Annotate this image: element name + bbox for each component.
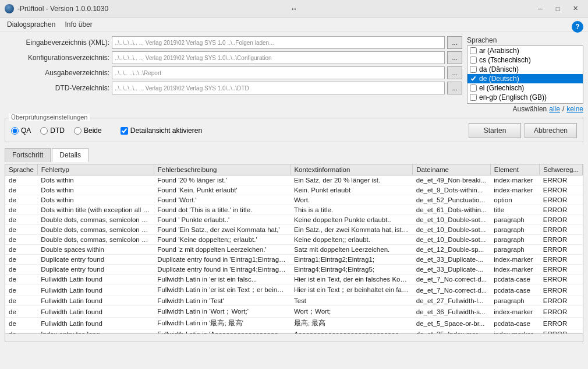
cell-fehlertyp: Double dots, commas, semicolon within (37, 225, 154, 235)
eingabe-input[interactable] (112, 36, 445, 49)
lang-checkbox-da[interactable] (470, 66, 477, 73)
table-scroll[interactable]: Sprache Fehlertyp Fehlerbeschreibung Kon… (5, 164, 583, 333)
all-link[interactable]: alle (549, 105, 560, 113)
tab-fortschritt[interactable]: Fortschritt (5, 148, 51, 162)
none-link[interactable]: keine (566, 105, 583, 113)
konfig-row: Konfigurationsverzeichnis: ... (5, 51, 462, 64)
cell-sprache: de (5, 284, 37, 296)
table-row[interactable]: deDouble spaces withinFound 'z mit doppe… (5, 245, 583, 255)
abbrechen-button[interactable]: Abbrechen (525, 123, 577, 138)
lang-checkbox-cs[interactable] (470, 57, 477, 64)
lang-label-cs: cs (Tschechisch) (479, 56, 531, 64)
lang-item-ar[interactable]: ar (Arabisch) (467, 46, 583, 55)
tabs: Fortschritt Details (5, 148, 583, 162)
beide-label: Beide (84, 126, 102, 135)
col-element[interactable]: Element (490, 164, 539, 175)
table-row[interactable]: deFullwidth Latin foundFullwidth Latin i… (5, 306, 583, 318)
table-row[interactable]: deFullwidth Latin foundFullwidth Latin i… (5, 284, 583, 296)
minimize-button[interactable]: ─ (532, 3, 548, 15)
table-row[interactable]: deDots within title (with exception all … (5, 205, 583, 215)
cell-fehlerbeschreibung: Found '20 % länger ist.' (154, 175, 291, 185)
qa-label: QA (21, 126, 31, 135)
beide-radio-label[interactable]: Beide (74, 126, 102, 135)
lang-item-el[interactable]: el (Griechisch) (467, 83, 583, 93)
lang-checkbox-de[interactable] (470, 75, 477, 82)
menu-dialogsprachen[interactable]: Dialogsprachen (2, 19, 60, 30)
cell-dateiname: de_et_10_Double-sot... (413, 225, 490, 235)
languages-list[interactable]: ar (Arabisch)cs (Tschechisch)da (Dänisch… (467, 45, 583, 104)
cell-dateiname: de_et_10_Double-sot... (413, 215, 490, 225)
bottom-scrollbar[interactable] (5, 333, 583, 342)
eingabe-browse-btn[interactable]: ... (447, 36, 462, 49)
cell-dateiname: de_et_7_No-correct-d... (413, 275, 490, 284)
table-row[interactable]: deDouble dots, commas, semicolon withinF… (5, 235, 583, 245)
ausgabe-input[interactable] (112, 66, 445, 79)
lang-item-en-gb[interactable]: en-gb (Englisch (GB)) (467, 93, 583, 102)
cell-sprache: de (5, 318, 37, 329)
konfig-input[interactable] (112, 51, 445, 64)
col-fehlertyp[interactable]: Fehlertyp (37, 164, 154, 175)
table-row[interactable]: deDouble dots, commas, semicolon withinF… (5, 225, 583, 235)
table-row[interactable]: deDots withinFound 'Kein. Punkt erlaubt'… (5, 185, 583, 195)
lang-checkbox-el[interactable] (470, 85, 477, 92)
cell-dateiname: de_et_33_Duplicate-... (413, 255, 490, 265)
cell-fehlertyp: Double dots, commas, semicolon within (37, 235, 154, 245)
lang-item-de[interactable]: de (Deutsch) (467, 74, 583, 83)
lang-checkbox-en-gb[interactable] (470, 94, 477, 101)
cell-schwereg: ERROR (540, 265, 583, 275)
cell-dateiname: de_et_52_Punctuatio... (413, 195, 490, 205)
table-outer: Sprache Fehlertyp Fehlerbeschreibung Kon… (5, 164, 583, 342)
cell-schwereg: ERROR (540, 284, 583, 296)
cell-sprache: de (5, 225, 37, 235)
settings-group-label: Überprüfungseinstellungen (9, 114, 90, 121)
col-beschreibung[interactable]: Fehlerbeschreibung (154, 164, 291, 175)
cell-kontextinformation: Keine doppelten Punkte erlaubt.. (291, 215, 413, 225)
detail-checkbox-label[interactable]: Detailansicht aktivieren (121, 126, 202, 135)
cell-dateiname: de_et_36_Fullwidth-s... (413, 306, 490, 318)
cell-fehlerbeschreibung: Fullwidth Latin in 'Wort；Wort;' (154, 306, 291, 318)
table-row[interactable]: deDuplicate entry foundDuplicate entry f… (5, 255, 583, 265)
col-schwere[interactable]: Schwereg... (540, 164, 583, 175)
close-button[interactable]: ✕ (567, 3, 583, 15)
beide-radio[interactable] (74, 127, 82, 135)
dtd-browse-btn[interactable]: ... (447, 82, 462, 94)
help-button[interactable]: ? (572, 21, 583, 33)
table-row[interactable]: deDots withinFound 'Wort.'Wort.de_et_52_… (5, 195, 583, 205)
dtd-input[interactable] (112, 82, 445, 94)
qa-radio[interactable] (11, 127, 19, 135)
lang-item-da[interactable]: da (Dänisch) (467, 65, 583, 74)
cell-kontextinformation: This is a title. (291, 205, 413, 215)
ausgabe-browse-btn[interactable]: ... (447, 66, 462, 79)
table-row[interactable]: deDouble dots, commas, semicolon withinF… (5, 215, 583, 225)
cell-fehlerbeschreibung: Found 'Kein. Punkt erlaubt' (154, 185, 291, 195)
cell-schwereg: ERROR (540, 185, 583, 195)
dtd-radio[interactable] (40, 127, 48, 135)
lang-item-cs[interactable]: cs (Tschechisch) (467, 55, 583, 65)
table-row[interactable]: deFullwidth Latin foundFullwidth Latin i… (5, 318, 583, 329)
cell-fehlerbeschreibung: Found 'z mit doppelten Leerzeichen.' (154, 245, 291, 255)
col-kontext[interactable]: Kontextinformation (291, 164, 413, 175)
cell-schwereg: ERROR (540, 329, 583, 334)
menu-info[interactable]: Info über (60, 19, 97, 30)
konfig-browse-btn[interactable]: ... (447, 51, 462, 64)
ausgabe-row: Ausgabeverzeichnis: ... (5, 66, 462, 79)
table-row[interactable]: deIndex entry too longFullwidth Latin in… (5, 329, 583, 334)
cell-schwereg: ERROR (540, 195, 583, 205)
dtd-radio-label[interactable]: DTD (40, 126, 65, 135)
qa-radio-label[interactable]: QA (11, 126, 31, 135)
col-sprache[interactable]: Sprache (5, 164, 37, 175)
cell-fehlertyp: Index entry too long (37, 329, 154, 334)
detail-checkbox[interactable] (121, 127, 128, 135)
lang-checkbox-ar[interactable] (470, 47, 477, 54)
cell-dateiname: de_et_12_Double-sp... (413, 245, 490, 255)
maximize-button[interactable]: □ (550, 3, 566, 15)
table-row[interactable]: deFullwidth Latin foundFullwidth Latin i… (5, 296, 583, 306)
col-dateiname[interactable]: Dateiname (413, 164, 490, 175)
table-row[interactable]: deDuplicate entry foundDuplicate entry f… (5, 265, 583, 275)
table-row[interactable]: deDots withinFound '20 % länger ist.'Ein… (5, 175, 583, 185)
table-row[interactable]: deFullwidth Latin foundFullwidth Latin i… (5, 275, 583, 284)
tab-details[interactable]: Details (52, 148, 88, 162)
cell-fehlerbeschreibung: Fullwidth Latin in 'er ist ein falsc... (154, 275, 291, 284)
cell-dateiname: de_et_9_Dots-within... (413, 185, 490, 195)
starten-button[interactable]: Starten (469, 123, 521, 138)
